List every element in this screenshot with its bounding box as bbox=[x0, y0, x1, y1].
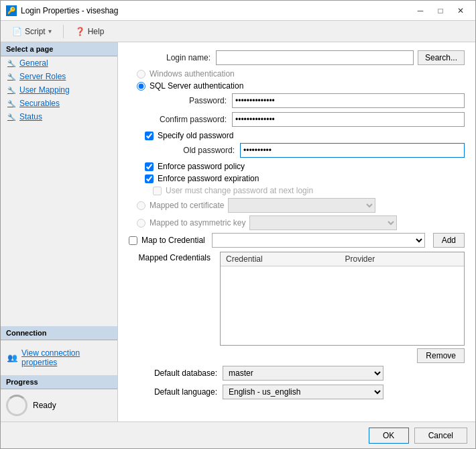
user-must-change-checkbox[interactable] bbox=[153, 187, 162, 195]
toolbar-divider bbox=[63, 25, 64, 38]
mapped-credentials-section: Mapped Credentials Credential Provider R… bbox=[129, 252, 465, 363]
user-mapping-icon: 🔧 bbox=[7, 87, 15, 94]
login-name-label: Login name: bbox=[129, 53, 216, 62]
sql-auth-radio[interactable] bbox=[137, 82, 145, 91]
script-dropdown-arrow: ▾ bbox=[48, 28, 52, 35]
old-password-row: Old password: bbox=[153, 143, 465, 158]
default-database-row: Default database: master bbox=[129, 366, 465, 381]
bottom-bar: OK Cancel bbox=[1, 421, 475, 448]
old-password-label: Old password: bbox=[153, 146, 240, 155]
connection-icon: 👥 bbox=[7, 353, 17, 362]
sidebar-item-user-mapping-label: User Mapping bbox=[19, 85, 70, 95]
sidebar-item-status[interactable]: 🔧 Status bbox=[1, 110, 117, 123]
sidebar-item-user-mapping[interactable]: 🔧 User Mapping bbox=[1, 83, 117, 97]
progress-section: Ready bbox=[1, 389, 117, 421]
main-content: Select a page 🔧 General 🔧 Server Roles 🔧… bbox=[1, 42, 475, 421]
map-credential-row: Map to Credential Add bbox=[129, 233, 465, 248]
sidebar-item-securables-label: Securables bbox=[19, 99, 60, 108]
specify-old-password-checkbox[interactable] bbox=[145, 132, 154, 140]
script-button[interactable]: 📄 Script ▾ bbox=[6, 24, 58, 39]
progress-header: Progress bbox=[1, 375, 117, 389]
specify-old-password-label: Specify old password bbox=[158, 131, 233, 140]
server-roles-icon: 🔧 bbox=[7, 73, 15, 81]
title-bar: 🔑 Login Properties - viseshag ─ □ ✕ bbox=[1, 1, 475, 21]
default-database-select[interactable]: master bbox=[223, 366, 383, 381]
progress-status: Ready bbox=[33, 401, 56, 410]
sidebar-item-securables[interactable]: 🔧 Securables bbox=[1, 97, 117, 110]
mapped-credentials-label: Mapped Credentials bbox=[129, 252, 216, 262]
mapped-cert-select[interactable] bbox=[228, 198, 375, 213]
ok-button[interactable]: OK bbox=[369, 428, 409, 444]
sidebar-item-status-label: Status bbox=[19, 112, 42, 121]
provider-col-header: Provider bbox=[343, 254, 462, 264]
windows-auth-row: Windows authentication bbox=[137, 69, 465, 79]
mapped-cert-label: Mapped to certificate bbox=[150, 201, 224, 210]
credential-table: Credential Provider bbox=[220, 252, 465, 346]
password-label: Password: bbox=[145, 96, 232, 105]
window-icon: 🔑 bbox=[6, 5, 17, 16]
securables-icon: 🔧 bbox=[7, 100, 15, 107]
login-name-row: Login name: Search... bbox=[129, 50, 465, 65]
search-button[interactable]: Search... bbox=[418, 50, 465, 65]
map-credential-checkbox[interactable] bbox=[129, 236, 137, 245]
sidebar-item-server-roles-label: Server Roles bbox=[19, 72, 66, 81]
enforce-expiration-checkbox[interactable] bbox=[145, 174, 154, 183]
sql-auth-label: SQL Server authentication bbox=[150, 81, 243, 91]
sidebar-item-general-label: General bbox=[19, 58, 48, 68]
progress-spinner bbox=[6, 395, 27, 416]
help-button[interactable]: ❓ Help bbox=[69, 24, 111, 39]
mapped-asym-row: Mapped to asymmetric key bbox=[137, 215, 465, 230]
select-page-header: Select a page bbox=[1, 42, 117, 56]
script-label: Script bbox=[25, 27, 46, 36]
view-connection-properties-link[interactable]: 👥 View connection properties bbox=[6, 346, 112, 370]
enforce-policy-row: Enforce password policy bbox=[145, 162, 465, 171]
mapped-asym-label: Mapped to asymmetric key bbox=[150, 218, 245, 228]
close-button[interactable]: ✕ bbox=[451, 3, 470, 18]
status-icon: 🔧 bbox=[7, 113, 15, 121]
default-database-label: Default database: bbox=[129, 368, 223, 378]
sidebar-item-server-roles[interactable]: 🔧 Server Roles bbox=[1, 70, 117, 83]
sidebar: Select a page 🔧 General 🔧 Server Roles 🔧… bbox=[1, 42, 118, 421]
user-must-change-label: User must change password at next login bbox=[166, 186, 313, 195]
help-icon: ❓ bbox=[75, 27, 85, 36]
windows-auth-label: Windows authentication bbox=[150, 69, 235, 79]
credential-col-header: Credential bbox=[223, 254, 343, 264]
mapped-cert-row: Mapped to certificate bbox=[137, 198, 465, 213]
remove-credential-button[interactable]: Remove bbox=[417, 348, 465, 363]
mapped-cert-radio[interactable] bbox=[137, 201, 145, 210]
sql-auth-row: SQL Server authentication bbox=[137, 81, 465, 91]
sidebar-item-general[interactable]: 🔧 General bbox=[1, 56, 117, 70]
password-input[interactable] bbox=[232, 93, 465, 108]
old-password-input[interactable] bbox=[240, 143, 465, 158]
confirm-password-input[interactable] bbox=[232, 112, 465, 127]
map-credential-select[interactable] bbox=[212, 233, 425, 248]
default-language-label: Default language: bbox=[129, 387, 223, 397]
sidebar-middle-spacer bbox=[1, 123, 117, 326]
general-icon: 🔧 bbox=[7, 60, 15, 67]
mapped-asym-select[interactable] bbox=[249, 215, 397, 230]
toolbar: 📄 Script ▾ ❓ Help bbox=[1, 21, 475, 42]
login-name-input[interactable] bbox=[216, 50, 414, 65]
help-label: Help bbox=[88, 27, 105, 36]
connection-header: Connection bbox=[1, 326, 117, 340]
content-panel: Login name: Search... Windows authentica… bbox=[118, 42, 475, 421]
default-language-row: Default language: English - us_english bbox=[129, 385, 465, 399]
mapped-asym-radio[interactable] bbox=[137, 219, 145, 228]
password-row: Password: bbox=[145, 93, 465, 108]
connection-section: 👥 View connection properties bbox=[1, 340, 117, 375]
add-credential-button[interactable]: Add bbox=[433, 233, 465, 248]
windows-auth-radio[interactable] bbox=[137, 70, 145, 79]
minimize-button[interactable]: ─ bbox=[411, 3, 430, 18]
enforce-policy-label: Enforce password policy bbox=[158, 162, 245, 171]
confirm-password-label: Confirm password: bbox=[145, 115, 232, 124]
script-icon: 📄 bbox=[12, 27, 22, 36]
default-language-select[interactable]: English - us_english bbox=[223, 385, 383, 399]
enforce-expiration-row: Enforce password expiration bbox=[145, 174, 465, 183]
user-must-change-row: User must change password at next login bbox=[153, 186, 465, 195]
cancel-button[interactable]: Cancel bbox=[414, 428, 467, 444]
window-title: Login Properties - viseshag bbox=[21, 6, 411, 15]
maximize-button[interactable]: □ bbox=[431, 3, 450, 18]
enforce-policy-checkbox[interactable] bbox=[145, 162, 154, 171]
title-bar-controls: ─ □ ✕ bbox=[411, 3, 470, 18]
login-properties-window: 🔑 Login Properties - viseshag ─ □ ✕ 📄 Sc… bbox=[0, 0, 476, 449]
